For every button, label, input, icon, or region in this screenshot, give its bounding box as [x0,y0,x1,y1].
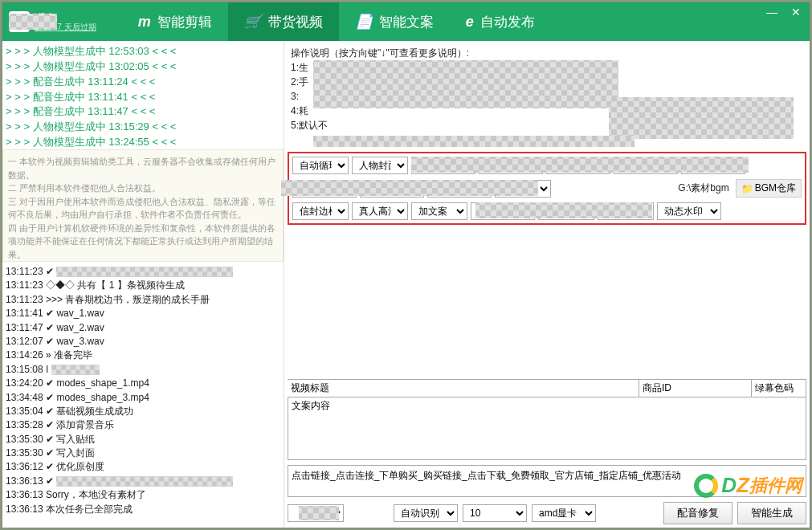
doc-icon: 📄 [355,13,373,31]
redacted [299,506,339,520]
status-log: > > > 人物模型生成中 12:53:03 < < < > > > 人物模型生… [2,41,284,149]
log-line: 13:12:07 ✔ wav_3.wav [6,335,280,349]
main-tabs: m 智能剪辑 🛒 带货视频 📄 智能文案 e 自动发布 [122,2,551,41]
cart-icon: 🛒 [244,13,262,31]
titlebar: 🤖 V5.1 授权 27 天后过期 m 智能剪辑 🛒 带货视频 📄 智能文案 e… [2,2,810,41]
log-line: 13:35:28 ✔ 添加背景音乐 [6,418,280,432]
watermark-select[interactable]: 动态水印 [657,202,721,220]
content-textarea[interactable]: 文案内容 [288,398,806,460]
license-notice: 一 本软件为视频剪辑辅助类工具，云服务器不会收集或存储任何用户数据。 二 严禁利… [2,149,284,262]
instructions-panel: 操作说明（按方向键"↓"可查看更多说明）: 1:生 2:手 3: 4:耗 5:默… [288,44,806,149]
settings-panel: 自动循环 人物封面 BGM G:\素材bgm [288,152,806,225]
task-log[interactable]: 13:11:23 ✔ 13:11:23 ◇◆◇ 共有【 1 】条视频待生成 13… [2,262,284,528]
tab-smart-edit[interactable]: m 智能剪辑 [122,2,228,41]
count-select[interactable]: 10 [463,504,527,522]
globe-icon: e [466,14,474,31]
status-line: > > > 配音生成中 13:11:47 < < < [6,104,280,120]
status-line: > > > 配音生成中 13:11:24 < < < [6,75,280,90]
redacted [313,136,635,147]
redacted [475,202,652,218]
tab-label: 智能剪辑 [157,13,212,31]
bgm-library-button[interactable]: 📁BGM仓库 [736,179,802,198]
log-line: 13:35:04 ✔ 基础视频生成成功 [6,405,280,418]
log-line: 13:15:08 I [6,363,280,377]
status-line: > > > 配音生成中 13:11:41 < < < [6,90,280,105]
green-color-label[interactable]: 绿幕色码 [752,380,806,398]
instructions-title: 操作说明（按方向键"↓"可查看更多说明）: [291,46,803,60]
cover-select[interactable]: 人物封面 [352,157,408,174]
status-line: > > > 人物模型生成中 13:02:05 < < < [6,59,280,75]
close-button[interactable]: ✕ [789,6,803,18]
log-line: 13:36:12 ✔ 优化原创度 [6,460,280,474]
gpu-select[interactable]: amd显卡 [532,504,596,522]
watermark-logo: DZDZ插件网插件网 [694,473,802,498]
bottom-controls: 自动识别 10 amd显卡 配音修复 智能生成 [288,497,806,524]
log-line: 13:35:30 ✔ 写入封面 [6,446,280,460]
video-title-label[interactable]: 视频标题 [288,380,639,398]
log-line: 13:11:23 ✔ [6,265,280,279]
edit-icon: m [138,14,151,31]
auto-detect-select[interactable]: 自动识别 [394,504,458,522]
tab-product-video[interactable]: 🛒 带货视频 [228,2,339,41]
log-line: 13:14:26 » 准备完毕 [6,349,280,362]
status-line: > > > 人物模型生成中 13:15:29 < < < [6,120,280,135]
log-line: 13:11:23 ◇◆◇ 共有【 1 】条视频待生成 [6,279,280,292]
redacted [411,157,749,173]
voice-repair-button[interactable]: 配音修复 [663,502,732,524]
log-line: 13:11:23 >>> 青春期枕边书，叛逆期的成长手册 [6,293,280,307]
log-line: 13:36:13 Sorry，本地没有素材了 [6,488,280,502]
tab-label: 带货视频 [268,13,323,31]
log-line: 13:34:48 ✔ modes_shape_3.mp4 [6,391,280,405]
caption-select[interactable]: 加文案 [411,202,467,220]
border-select[interactable]: 信封边框 [292,202,349,220]
hd-select[interactable]: 真人高清 [352,202,408,220]
log-line: 13:36:13 本次任务已全部完成 [6,503,280,516]
log-line: 13:35:30 ✔ 写入贴纸 [6,433,280,446]
redacted [281,180,538,196]
status-line: > > > 人物模型生成中 13:24:55 < < < [6,135,280,149]
tab-auto-publish[interactable]: e 自动发布 [450,2,551,41]
minimize-button[interactable]: — [765,6,779,18]
log-line: 13:24:20 ✔ modes_shape_1.mp4 [6,377,280,390]
tab-smart-copy[interactable]: 📄 智能文案 [339,2,450,41]
redacted [9,14,57,30]
redacted [313,60,618,108]
redacted [609,97,794,139]
log-line: 13:11:47 ✔ wav_2.wav [6,321,280,335]
loop-select[interactable]: 自动循环 [292,157,349,174]
product-id-label[interactable]: 商品ID [639,380,752,398]
status-line: > > > 人物模型生成中 12:53:03 < < < [6,44,280,59]
video-fields-header: 视频标题 商品ID 绿幕色码 [288,379,806,398]
log-line: 13:36:13 ✔ [6,475,280,488]
tab-label: 自动发布 [480,13,535,31]
log-line: 13:11:41 ✔ wav_1.wav [6,307,280,320]
bgm-path: G:\素材bgm [678,181,732,195]
tab-label: 智能文案 [379,13,434,31]
smart-generate-button[interactable]: 智能生成 [737,502,806,524]
